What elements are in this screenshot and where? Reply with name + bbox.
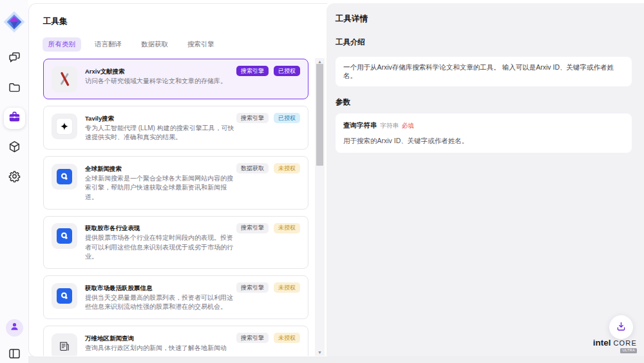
tool-name: Arxiv文献搜索: [85, 67, 238, 75]
page-title: 工具集: [43, 16, 68, 27]
cube-icon: [8, 140, 21, 156]
chat-icon: [8, 51, 21, 67]
tab-1[interactable]: 语言翻译: [89, 37, 128, 52]
intel-core-logo: intelcore ultra: [593, 337, 637, 353]
q-news-icon: [52, 223, 77, 249]
person-icon: [10, 322, 19, 334]
tool-category-badge: 搜索引擎: [236, 223, 269, 233]
tool-card[interactable]: 获取市场最活跃股票信息 提供当天交易量最高的股票列表，投资者可以利用这些信息来识…: [43, 275, 308, 319]
param-description: 用于搜索的Arxiv ID、关键字或作者姓名。: [343, 137, 624, 145]
tool-name: 获取股市各行业表现: [85, 224, 238, 232]
gear-icon: [8, 170, 21, 186]
tool-category-badge: 搜索引擎: [236, 113, 269, 123]
tool-detail-panel: 工具详情 工具介绍 一个用于从Arxiv存储库搜索科学论文和文章的工具。 输入可…: [327, 3, 644, 356]
sidebar-item-chat[interactable]: [4, 48, 25, 70]
tools-list-panel: 工具集 所有类别语言翻译数据获取搜索引擎 Arxiv文献搜索 访问各个研究领域大…: [28, 3, 327, 357]
sparkle-icon: [52, 113, 77, 139]
tools-list: Arxiv文献搜索 访问各个研究领域大量科学论文和文章的存储库。 搜索引擎 已授…: [29, 58, 327, 356]
tool-name: 万维地区新闻查询: [85, 334, 238, 342]
sidebar-nav: [4, 48, 25, 188]
download-icon: [616, 321, 627, 334]
q-news-icon: [52, 164, 77, 190]
tool-category-badge: 数据获取: [236, 163, 269, 173]
folder-icon: [8, 81, 21, 97]
tool-name: 全球新闻搜索: [85, 164, 238, 173]
tool-name: 获取市场最活跃股票信息: [85, 284, 238, 292]
intro-heading: 工具介绍: [336, 38, 632, 46]
scrollbar-thumb[interactable]: [316, 64, 323, 166]
param-name: 查询字符串: [343, 121, 377, 130]
ultra-badge: ultra: [620, 348, 637, 354]
intel-wordmark: intel: [593, 338, 611, 348]
tool-description: 提供股票市场各个行业在特定时间段内的表现。投资者可以利用这些信息来识别表现优于或…: [85, 233, 238, 262]
tool-card[interactable]: 获取股市各行业表现 提供股票市场各个行业在特定时间段内的表现。投资者可以利用这些…: [43, 216, 308, 270]
detail-title: 工具详情: [336, 14, 632, 24]
sidebar-item-files[interactable]: [4, 78, 25, 99]
download-button[interactable]: [609, 315, 633, 339]
user-avatar[interactable]: [6, 319, 23, 337]
tool-description: 专为人工智能代理 (LLM) 构建的搜索引擎工具，可快速提供实时、准确和真实的结…: [85, 124, 238, 142]
panel-toggle-icon: [8, 347, 21, 363]
param-type: 字符串: [381, 122, 399, 130]
sidebar: [0, 0, 28, 363]
tool-card[interactable]: 万维地区新闻查询 查询具体行政区划内的新闻，快速了解各地新闻动 搜索引擎 未授权: [43, 326, 308, 356]
arxiv-x-icon: [52, 66, 77, 92]
tool-card[interactable]: Arxiv文献搜索 访问各个研究领域大量科学论文和文章的存储库。 搜索引擎 已授…: [43, 59, 308, 99]
tool-auth-badge: 已授权: [274, 113, 300, 123]
tool-description: 访问各个研究领域大量科学论文和文章的存储库。: [85, 77, 238, 86]
param-header: 查询字符串 字符串 必填: [343, 121, 624, 130]
tab-0[interactable]: 所有类别: [43, 37, 81, 52]
tool-card[interactable]: 全球新闻搜索 全球新闻搜索是一个聚合全球各大新闻网站内容的搜索引擎，帮助用户快速…: [43, 156, 308, 210]
tool-description: 查询具体行政区划内的新闻，快速了解各地新闻动: [85, 344, 238, 353]
tool-auth-badge: 已授权: [274, 66, 300, 76]
param-required-badge: 必填: [402, 122, 414, 130]
category-tabs: 所有类别语言翻译数据获取搜索引擎: [43, 37, 220, 52]
scrollbar[interactable]: ▲ ▼: [315, 58, 325, 356]
core-wordmark: core: [613, 339, 637, 347]
tool-category-badge: 搜索引擎: [236, 333, 269, 343]
sidebar-bottom: [5, 319, 24, 362]
tool-auth-badge: 未授权: [274, 282, 300, 293]
newspaper-icon: [52, 333, 77, 357]
tool-category-badge: 搜索引擎: [236, 282, 269, 293]
tool-card[interactable]: Tavily搜索 专为人工智能代理 (LLM) 构建的搜索引擎工具，可快速提供实…: [43, 106, 308, 150]
briefcase-icon: [8, 110, 21, 126]
tool-category-badge: 搜索引擎: [236, 66, 269, 76]
tab-3[interactable]: 搜索引擎: [182, 37, 220, 52]
tool-intro-text: 一个用于从Arxiv存储库搜索科学论文和文章的工具。 输入可以是Arxiv ID…: [336, 57, 632, 86]
sidebar-item-models[interactable]: [4, 137, 25, 159]
params-heading: 参数: [336, 98, 632, 106]
tool-auth-badge: 未授权: [274, 163, 300, 173]
sidebar-item-tools[interactable]: [4, 108, 25, 129]
tab-2[interactable]: 数据获取: [135, 37, 174, 52]
q-news-icon: [52, 283, 77, 309]
sidebar-collapse-button[interactable]: [5, 347, 24, 362]
tool-auth-badge: 未授权: [274, 333, 300, 343]
parameter-card: 查询字符串 字符串 必填 用于搜索的Arxiv ID、关键字或作者姓名。: [336, 113, 632, 153]
tool-auth-badge: 未授权: [274, 223, 300, 233]
tool-description: 全球新闻搜索是一个聚合全球各大新闻网站内容的搜索引擎，帮助用户快速获取全球最新资…: [85, 174, 238, 202]
sidebar-item-settings[interactable]: [4, 167, 25, 188]
app-logo-icon: [3, 10, 26, 34]
tool-name: Tavily搜索: [85, 114, 238, 123]
scroll-down-arrow[interactable]: ▼: [315, 349, 325, 356]
tool-description: 提供当天交易量最高的股票列表，投资者可以利用这些信息来识别流动性强的股票和潜在的…: [85, 293, 238, 312]
